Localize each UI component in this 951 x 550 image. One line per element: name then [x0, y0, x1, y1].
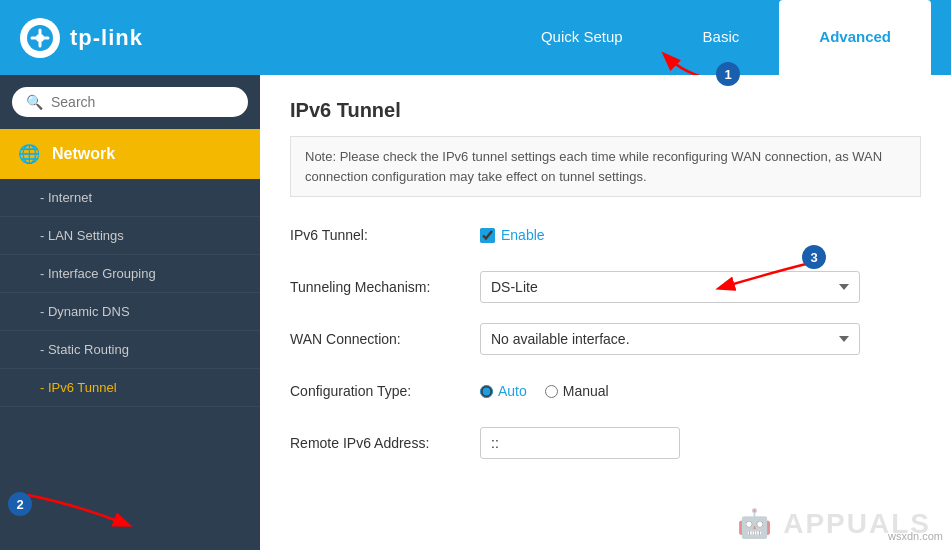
- remote-ipv6-control: [480, 427, 860, 459]
- main-layout: 🔍 🌐 Network - Internet - LAN Settings - …: [0, 75, 951, 550]
- sidebar-item-interface-grouping[interactable]: - Interface Grouping: [0, 255, 260, 293]
- config-type-label: Configuration Type:: [290, 383, 480, 399]
- remote-ipv6-input[interactable]: [480, 427, 680, 459]
- sidebar-item-ipv6-tunnel[interactable]: - IPv6 Tunnel: [0, 369, 260, 407]
- tab-quick-setup[interactable]: Quick Setup: [501, 0, 663, 75]
- config-type-control: Auto Manual: [480, 383, 860, 399]
- note-box: Note: Please check the IPv6 tunnel setti…: [290, 136, 921, 197]
- logo: tp-link: [20, 18, 143, 58]
- wan-control: No available interface.: [480, 323, 860, 355]
- tab-advanced[interactable]: Advanced: [779, 0, 931, 75]
- search-icon: 🔍: [26, 94, 43, 110]
- radio-manual[interactable]: Manual: [545, 383, 609, 399]
- form-row-tunneling: Tunneling Mechanism: DS-Lite 6to4 6rd Ma…: [290, 269, 921, 305]
- radio-auto-input[interactable]: [480, 385, 493, 398]
- remote-ipv6-label: Remote IPv6 Address:: [290, 435, 480, 451]
- radio-auto[interactable]: Auto: [480, 383, 527, 399]
- sidebar-item-static-routing[interactable]: - Static Routing: [0, 331, 260, 369]
- annotation-1: 1: [716, 62, 740, 86]
- form-row-wan: WAN Connection: No available interface.: [290, 321, 921, 357]
- logo-text: tp-link: [70, 25, 143, 51]
- radio-manual-input[interactable]: [545, 385, 558, 398]
- search-box: 🔍: [12, 87, 248, 117]
- wan-select[interactable]: No available interface.: [480, 323, 860, 355]
- content-area: IPv6 Tunnel Note: Please check the IPv6 …: [260, 75, 951, 550]
- radio-auto-label: Auto: [498, 383, 527, 399]
- sidebar-item-lan-settings[interactable]: - LAN Settings: [0, 217, 260, 255]
- radio-manual-label: Manual: [563, 383, 609, 399]
- tunneling-select[interactable]: DS-Lite 6to4 6rd Manually Configured: [480, 271, 860, 303]
- enable-label: Enable: [501, 227, 545, 243]
- svg-point-1: [36, 34, 44, 42]
- header: tp-link Quick Setup Basic Advanced 1: [0, 0, 951, 75]
- ipv6-tunnel-label: IPv6 Tunnel:: [290, 227, 480, 243]
- watermark-robot: 🤖: [737, 508, 774, 539]
- search-input[interactable]: [51, 94, 234, 110]
- wan-label: WAN Connection:: [290, 331, 480, 347]
- nav-tabs: Quick Setup Basic Advanced: [501, 0, 931, 75]
- form-row-config-type: Configuration Type: Auto Manual: [290, 373, 921, 409]
- tunneling-label: Tunneling Mechanism:: [290, 279, 480, 295]
- annotation-2: 2: [8, 492, 32, 516]
- ipv6-tunnel-control: Enable: [480, 227, 860, 243]
- sidebar: 🔍 🌐 Network - Internet - LAN Settings - …: [0, 75, 260, 550]
- annotation-3: 3: [802, 245, 826, 269]
- sidebar-section-network-label: Network: [52, 145, 115, 163]
- page-title: IPv6 Tunnel: [290, 99, 921, 122]
- sidebar-section-network[interactable]: 🌐 Network: [0, 129, 260, 179]
- form-row-ipv6-tunnel: IPv6 Tunnel: Enable 3: [290, 217, 921, 253]
- globe-icon: 🌐: [18, 143, 40, 165]
- site-watermark: wsxdn.com: [888, 530, 943, 542]
- ipv6-tunnel-checkbox[interactable]: [480, 228, 495, 243]
- tunneling-control: DS-Lite 6to4 6rd Manually Configured: [480, 271, 860, 303]
- sidebar-item-internet[interactable]: - Internet: [0, 179, 260, 217]
- sidebar-nav: - Internet - LAN Settings - Interface Gr…: [0, 179, 260, 550]
- logo-icon: [20, 18, 60, 58]
- sidebar-item-dynamic-dns[interactable]: - Dynamic DNS: [0, 293, 260, 331]
- form-row-remote-ipv6: Remote IPv6 Address:: [290, 425, 921, 461]
